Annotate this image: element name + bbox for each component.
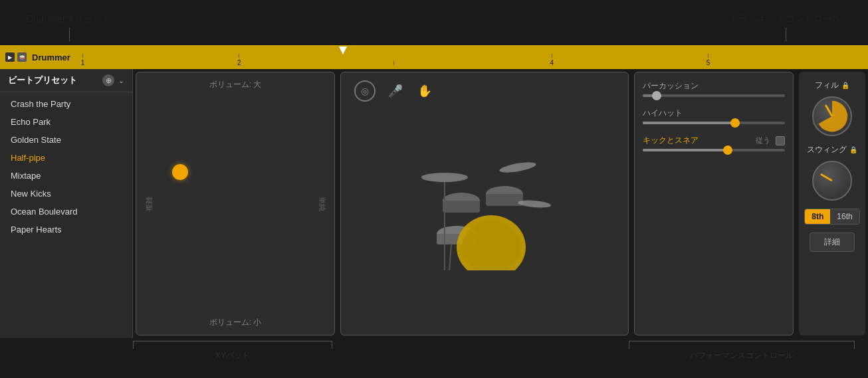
perf-bracket [629, 341, 855, 349]
ruler-mark-3 [393, 61, 394, 66]
fill-knob[interactable] [812, 96, 852, 136]
hihat-slider-row [643, 122, 785, 124]
preset-item-half-pipe[interactable]: Half-pipe [0, 149, 132, 167]
sidebar-header: ビートプリセット ⊕ ⌄ [0, 69, 132, 92]
8th-note-button[interactable]: 8th [805, 209, 830, 224]
drum-kit-icons: ◎ 🎤 ✋ [354, 80, 434, 102]
ruler-mark-4: 4 [550, 54, 554, 66]
xy-pad[interactable]: ボリューム: 大 複雑 単純 ボリューム: 小 [136, 72, 335, 335]
swing-label: スウィング [807, 144, 847, 155]
xy-label-left: 複雑 [144, 197, 154, 211]
sidebar-add-button[interactable]: ⊕ [102, 74, 114, 86]
swing-label-row: スウィング 🔒 [807, 144, 857, 155]
timeline-bar[interactable]: ▶ 🥁 Drummer 1 2 4 5 [0, 45, 868, 69]
svg-rect-3 [443, 201, 480, 213]
sidebar-header-icons: ⊕ ⌄ [102, 74, 124, 86]
svg-point-0 [421, 173, 468, 182]
hihat-slider[interactable] [643, 122, 785, 124]
performance-annotation: パフォーマンスコントロール [629, 341, 855, 361]
swing-knob[interactable] [812, 161, 852, 201]
svg-point-8 [518, 199, 552, 208]
xy-volume-top-label: ボリューム: 大 [136, 79, 334, 90]
follow-label: 従う [756, 136, 770, 145]
playhead[interactable] [339, 47, 347, 57]
svg-line-13 [448, 244, 451, 270]
percussion-slider-row [643, 94, 785, 97]
perf-ann-label: パフォーマンスコントロール [690, 350, 794, 361]
kick-section: キックとスネア 従う [643, 135, 785, 151]
fill-lock-icon: 🔒 [841, 82, 849, 89]
main-content: ビートプリセット ⊕ ⌄ Crash the PartyEcho ParkGol… [0, 69, 868, 338]
xy-label-right: 単純 [317, 197, 327, 211]
xy-pad-annotation: XYパッド [133, 341, 332, 361]
ruler-mark-1: 1 [81, 54, 85, 66]
16th-note-button[interactable]: 16th [830, 209, 859, 224]
percussion-label: パーカッション [643, 80, 785, 92]
xy-volume-bottom-label: ボリューム: 小 [136, 317, 334, 328]
kick-label: キックとスネア [643, 135, 699, 146]
hihat-section: ハイハット [643, 108, 785, 124]
hand-icon[interactable]: ✋ [415, 82, 434, 100]
follow-checkbox[interactable] [776, 136, 785, 145]
microphone-icon[interactable]: 🎤 [386, 82, 405, 100]
top-annotations: Drummerプリセット ドラムキットコントロール [0, 0, 868, 47]
drummer-preset-label: Drummerプリセット [27, 13, 112, 41]
kick-slider[interactable] [643, 149, 785, 151]
timeline-icons: ▶ 🥁 [5, 52, 27, 62]
right-panel: フィル 🔒 スウィング 🔒 8th 16th [799, 72, 865, 335]
preset-item-crash-the-party[interactable]: Crash the Party [0, 95, 132, 113]
percussion-section: パーカッション [643, 80, 785, 97]
note-buttons[interactable]: 8th 16th [804, 209, 859, 225]
svg-point-1 [498, 160, 536, 175]
drum-kit-control-label: ドラムキットコントロール [730, 13, 841, 41]
bottom-annotations: XYパッド パフォーマンスコントロール [0, 338, 868, 378]
kick-label-row: キックとスネア 従う [643, 135, 785, 146]
preset-list: Crash the PartyEcho ParkGolden StateHalf… [0, 92, 132, 338]
tambourine-icon[interactable]: ◎ [354, 80, 376, 102]
sidebar-header-title: ビートプリセット [8, 74, 77, 86]
timeline-title: Drummer [32, 52, 70, 62]
play-icon: ▶ [5, 52, 15, 62]
swing-section: スウィング 🔒 [804, 144, 860, 201]
fill-label: フィル [815, 80, 839, 91]
drum-icon: 🥁 [17, 52, 27, 62]
ruler-mark-5: 5 [706, 54, 710, 66]
preset-item-mixtape[interactable]: Mixtape [0, 167, 132, 185]
sidebar-chevron-icon[interactable]: ⌄ [118, 76, 124, 85]
xy-dot[interactable] [172, 164, 188, 180]
swing-knob-indicator [820, 173, 833, 182]
fill-label-row: フィル 🔒 [815, 80, 849, 91]
performance-controls: パーカッション ハイハット キックとスネア 従う [634, 72, 794, 335]
drum-kit-area: ◎ 🎤 ✋ [340, 72, 629, 335]
preset-item-echo-park[interactable]: Echo Park [0, 113, 132, 131]
preset-item-new-kicks[interactable]: New Kicks [0, 185, 132, 203]
fill-section: フィル 🔒 [804, 80, 860, 136]
svg-rect-5 [486, 194, 523, 206]
hihat-label: ハイハット [643, 108, 785, 119]
ruler-mark-2: 2 [237, 54, 241, 66]
preset-item-paper-hearts[interactable]: Paper Hearts [0, 221, 132, 238]
xy-pad-bracket [133, 341, 332, 349]
preset-item-golden-state[interactable]: Golden State [0, 131, 132, 149]
preset-item-ocean-boulevard[interactable]: Ocean Boulevard [0, 203, 132, 221]
timeline-ruler: 1 2 4 5 [81, 45, 863, 69]
xy-pad-ann-label: XYパッド [215, 350, 250, 361]
percussion-slider[interactable] [643, 94, 785, 97]
swing-lock-icon: 🔒 [849, 146, 857, 153]
sidebar: ビートプリセット ⊕ ⌄ Crash the PartyEcho ParkGol… [0, 69, 133, 338]
kick-slider-row [643, 149, 785, 151]
drum-kit-illustration [411, 138, 558, 270]
detail-button[interactable]: 詳細 [810, 233, 854, 252]
